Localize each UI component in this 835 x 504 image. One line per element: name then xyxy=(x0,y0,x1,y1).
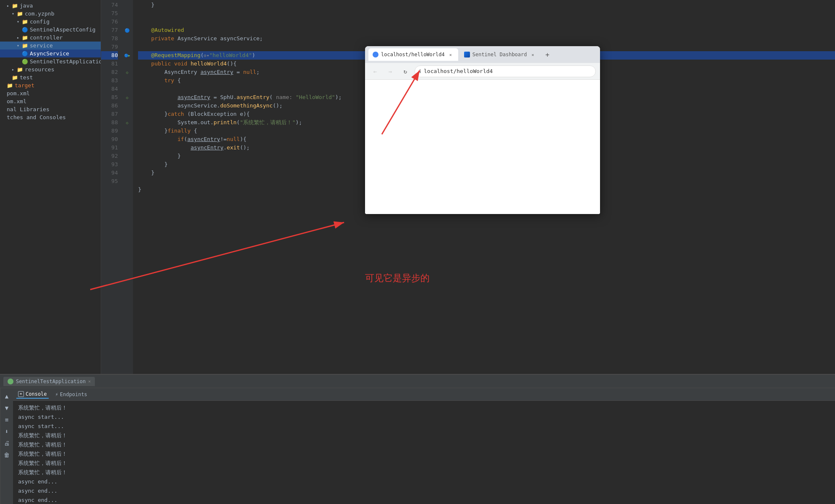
folder-icon-config: 📁 xyxy=(22,19,28,25)
gutter-84 xyxy=(121,85,133,93)
code-line-78: private AsyncService asyncService; xyxy=(138,34,835,43)
browser-titlebar: localhost/helloWorld4 ✕ Sentinel Dashboa… xyxy=(365,46,600,63)
console-line-2: async start... xyxy=(18,422,830,431)
sidebar-label-sentineltestapp: SentinelTestApplication xyxy=(30,58,101,65)
console-line-10: async end... xyxy=(18,496,830,504)
sidebar-label-java: java xyxy=(20,3,33,9)
console-line-4: 系统繁忙，请稍后！ xyxy=(18,440,830,449)
scroll-down-btn[interactable]: ▼ xyxy=(2,403,11,413)
sidebar-label-config: config xyxy=(30,18,50,25)
browser-tab-2[interactable]: Sentinel Dashboard ✕ xyxy=(460,48,540,61)
ln-91: 91 xyxy=(101,144,118,152)
console-line-5: 系统繁忙，请稍后！ xyxy=(18,449,830,459)
browser-tab1-title: localhost/helloWorld4 xyxy=(381,52,445,57)
gutter-96 xyxy=(121,185,133,194)
sidebar-item-sentinelaspectconfig[interactable]: 🔵 SentinelAspectConfig xyxy=(0,26,101,34)
sidebar-label-service: service xyxy=(30,42,53,49)
sidebar-item-controller[interactable]: 📁 controller xyxy=(0,34,101,42)
download-btn[interactable]: ⬇ xyxy=(2,427,11,436)
console-app-title: SentinelTestApplication xyxy=(16,379,86,384)
gutter-76 xyxy=(121,18,133,26)
tree-arrow-config xyxy=(17,19,19,24)
browser-back-btn[interactable]: ← xyxy=(369,65,381,77)
gutter-80: 🔵▶ xyxy=(121,51,133,60)
ln-74: 74 xyxy=(101,1,118,9)
ln-77: 77 xyxy=(101,26,118,34)
gutter-83 xyxy=(121,76,133,85)
sidebar-label-test: test xyxy=(20,74,33,81)
console-tab-endpoints[interactable]: ⚡ Endpoints xyxy=(54,391,89,398)
gutter-79 xyxy=(121,43,133,51)
line-numbers: 74 75 76 77 78 79 80 81 82 83 84 85 86 8… xyxy=(101,0,121,374)
sidebar-item-omxml[interactable]: om.xml xyxy=(0,97,101,105)
ln-82: 82 xyxy=(101,68,118,76)
sidebar-item-asyncservice[interactable]: 🔵 AsyncService xyxy=(0,50,101,57)
console-close-btn[interactable]: ✕ xyxy=(88,379,91,384)
browser-new-tab-btn[interactable]: + xyxy=(542,51,553,59)
sidebar-item-config[interactable]: 📁 config xyxy=(0,18,101,26)
sidebar-label-asyncservice: AsyncService xyxy=(30,50,69,57)
gutter-81 xyxy=(121,60,133,68)
ln-79: 79 xyxy=(101,43,118,51)
ln-80: 80 xyxy=(101,51,118,60)
console-app-tab[interactable]: SentinelTestApplication ✕ xyxy=(3,377,95,386)
gutter-82: ◇ xyxy=(121,68,133,76)
browser-reload-btn[interactable]: ↻ xyxy=(399,65,411,77)
browser-forward-btn[interactable]: → xyxy=(384,65,396,77)
console-body: ▲ ▼ ≡ ⬇ 🖨 🗑 ≡ Console ⚡ Endpoints 系统繁忙，请… xyxy=(0,388,835,504)
sidebar-label-comyzpnb: com.yzpnb xyxy=(25,10,54,17)
console-tab-console[interactable]: ≡ Console xyxy=(16,390,49,399)
browser-tab2-close[interactable]: ✕ xyxy=(530,51,536,58)
console-toolbar: ≡ Console ⚡ Endpoints xyxy=(13,388,835,401)
browser-url-icon: ℹ xyxy=(419,68,421,74)
console-line-7: 系统繁忙，请稍后！ xyxy=(18,468,830,477)
gutter-78 xyxy=(121,34,133,43)
scroll-up-btn[interactable]: ▲ xyxy=(2,392,11,401)
ln-85: 85 xyxy=(101,93,118,102)
browser-tab-1[interactable]: localhost/helloWorld4 ✕ xyxy=(368,48,458,61)
sidebar-item-test[interactable]: 📁 test xyxy=(0,73,101,81)
gutter-74 xyxy=(121,1,133,9)
code-line-77: @Autowired xyxy=(138,26,835,34)
ln-81: 81 xyxy=(101,60,118,68)
folder-icon-service: 📁 xyxy=(22,43,28,49)
folder-icon-target: 📁 xyxy=(7,83,13,89)
print-btn[interactable]: 🖨 xyxy=(2,439,11,448)
folder-icon-resources: 📁 xyxy=(17,67,23,73)
ln-92: 92 xyxy=(101,152,118,160)
tree-arrow-service xyxy=(17,43,19,48)
sidebar-label-sentinelaspectconfig: SentinelAspectConfig xyxy=(30,26,96,33)
console-tab-endpoints-label: Endpoints xyxy=(60,392,87,397)
ln-87: 87 xyxy=(101,110,118,118)
sidebar-item-resources[interactable]: 📁 resources xyxy=(0,65,101,73)
browser-tab1-close[interactable]: ✕ xyxy=(447,51,454,58)
tree-arrow-java xyxy=(7,3,9,8)
console-line-1: async start... xyxy=(18,413,830,422)
sidebar-item-service[interactable]: 📁 service xyxy=(0,42,101,50)
gutter-91 xyxy=(121,144,133,152)
ln-88: 88 xyxy=(101,118,118,127)
sidebar-item-libraries[interactable]: nal Libraries xyxy=(0,105,101,113)
sidebar-label-libraries: nal Libraries xyxy=(7,106,50,112)
console-output: 系统繁忙，请稍后！ async start... async start... … xyxy=(13,401,835,504)
sidebar-label-consoles: tches and Consoles xyxy=(7,114,66,120)
gutter-87 xyxy=(121,110,133,118)
filter-btn[interactable]: ≡ xyxy=(2,415,11,424)
delete-btn[interactable]: 🗑 xyxy=(2,450,11,460)
browser-toolbar: ← → ↻ ℹ localhost/helloWorld4 xyxy=(365,63,600,80)
browser-url-bar[interactable]: ℹ localhost/helloWorld4 xyxy=(415,65,596,77)
gutter-93 xyxy=(121,160,133,169)
sidebar-item-comyzpnb[interactable]: 📁 com.yzpnb xyxy=(0,10,101,18)
sidebar-label-pomxml: pom.xml xyxy=(7,90,30,97)
console-line-8: async end... xyxy=(18,477,830,486)
code-line-76 xyxy=(138,18,835,26)
ln-90: 90 xyxy=(101,135,118,144)
sidebar-item-target[interactable]: 📁 target xyxy=(0,81,101,89)
sidebar-item-pomxml[interactable]: pom.xml xyxy=(0,89,101,97)
sidebar-item-consoles[interactable]: tches and Consoles xyxy=(0,113,101,121)
sidebar-item-sentineltestapp[interactable]: 🟢 SentinelTestApplication xyxy=(0,57,101,65)
sidebar-item-java[interactable]: 📁 java xyxy=(0,2,101,10)
sidebar-label-omxml: om.xml xyxy=(7,98,26,104)
folder-icon-java: 📁 xyxy=(12,3,18,9)
gutter-85: ◇ xyxy=(121,93,133,102)
